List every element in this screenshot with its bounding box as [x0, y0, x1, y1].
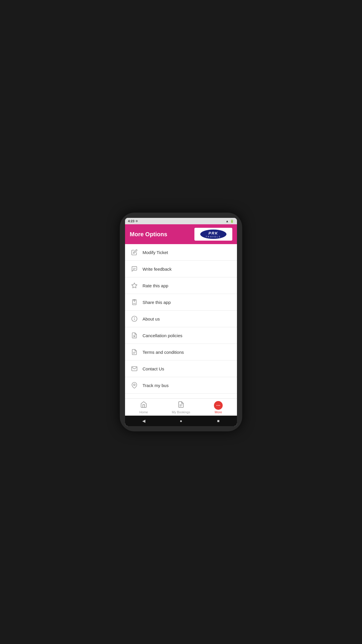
envelope-icon	[131, 365, 138, 372]
recents-button[interactable]: ■	[215, 418, 221, 424]
svg-point-17	[217, 405, 217, 406]
status-time: 4:23	[128, 219, 134, 223]
brand-logo: PRK TRAVELS	[194, 228, 232, 241]
menu-item-share-app[interactable]: Share this app	[125, 294, 237, 311]
contact-us-label: Contact Us	[143, 366, 164, 371]
nav-item-my-bookings[interactable]: My Bookings	[162, 401, 200, 414]
terms-label: Terms and conditions	[143, 350, 184, 355]
nav-item-more[interactable]: More	[200, 401, 237, 414]
home-button[interactable]: ●	[178, 418, 184, 424]
chat-icon	[131, 265, 138, 272]
menu-item-track-bus[interactable]: Track my bus	[125, 377, 237, 394]
phone-screen: 4:23 ⊙ ▲ 🔋 More Options PRK TRAVELS	[125, 218, 237, 426]
more-icon	[214, 401, 223, 410]
menu-item-modify-ticket[interactable]: Modify Ticket	[125, 244, 237, 261]
document-icon	[131, 349, 138, 356]
svg-point-19	[219, 405, 220, 406]
svg-point-18	[218, 405, 219, 406]
menu-list: Modify Ticket Write feedback	[125, 244, 237, 398]
status-icon: ⊙	[136, 220, 138, 223]
menu-item-about-us[interactable]: About us	[125, 311, 237, 327]
svg-marker-2	[132, 283, 137, 288]
logo-oval: PRK TRAVELS	[200, 230, 226, 239]
svg-point-13	[133, 384, 135, 386]
page-title: More Options	[130, 231, 167, 238]
signal-icon: ▲	[226, 219, 229, 223]
bookings-nav-label: My Bookings	[172, 410, 190, 414]
share-icon	[131, 299, 138, 306]
write-feedback-label: Write feedback	[143, 267, 172, 272]
star-icon	[131, 282, 138, 289]
logo-travels: TRAVELS	[206, 236, 221, 238]
menu-item-rate-app[interactable]: Rate this app	[125, 277, 237, 294]
rate-app-label: Rate this app	[143, 283, 168, 288]
logo-prk: PRK	[208, 231, 218, 235]
battery-icon: 🔋	[230, 219, 234, 223]
menu-item-terms[interactable]: Terms and conditions	[125, 344, 237, 360]
location-icon	[131, 382, 138, 389]
more-nav-label: More	[215, 410, 222, 414]
modify-ticket-label: Modify Ticket	[143, 250, 168, 255]
cancel-doc-icon	[131, 332, 138, 339]
phone-device: 4:23 ⊙ ▲ 🔋 More Options PRK TRAVELS	[120, 213, 242, 431]
home-icon	[140, 401, 147, 410]
app-bar: More Options PRK TRAVELS	[125, 224, 237, 244]
bottom-nav: Home My Bookings	[125, 398, 237, 416]
pencil-icon	[131, 249, 138, 256]
nav-item-home[interactable]: Home	[125, 401, 162, 414]
share-app-label: Share this app	[143, 300, 171, 305]
bookings-icon	[178, 401, 184, 410]
status-bar: 4:23 ⊙ ▲ 🔋	[125, 218, 237, 224]
status-left: 4:23 ⊙	[128, 219, 138, 223]
about-us-label: About us	[143, 316, 160, 321]
menu-item-cancellation-policies[interactable]: Cancellation policies	[125, 327, 237, 344]
status-right: ▲ 🔋	[226, 219, 234, 223]
info-icon	[131, 315, 138, 322]
back-button[interactable]: ◀	[141, 418, 147, 424]
track-bus-label: Track my bus	[143, 383, 168, 388]
cancellation-policies-label: Cancellation policies	[143, 333, 182, 338]
menu-item-write-feedback[interactable]: Write feedback	[125, 261, 237, 277]
android-nav-bar: ◀ ● ■	[125, 416, 237, 426]
menu-item-login[interactable]: Login	[125, 394, 237, 398]
menu-item-contact-us[interactable]: Contact Us	[125, 360, 237, 377]
home-nav-label: Home	[139, 410, 148, 414]
